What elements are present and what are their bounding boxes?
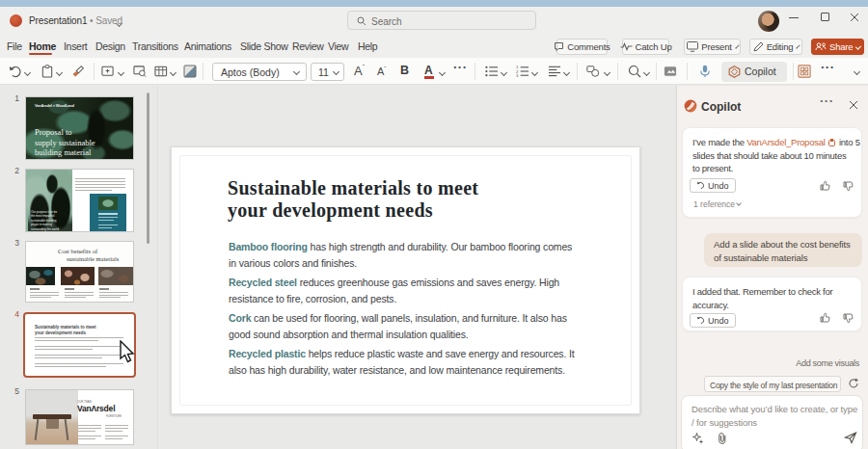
svg-text:3: 3: [516, 73, 519, 78]
